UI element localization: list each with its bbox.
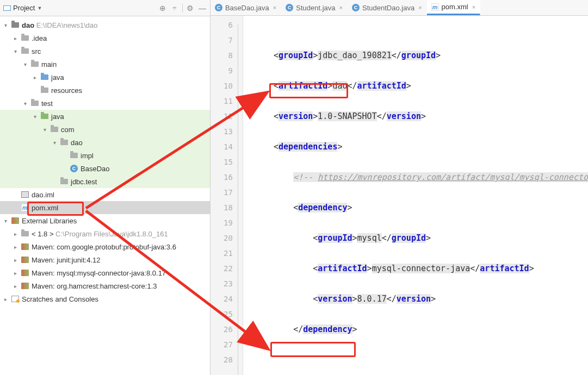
tab-basedao[interactable]: CBaseDao.java× bbox=[211, 0, 281, 15]
tree-node-jdk[interactable]: < 1.8 > C:\Program Files\Java\jdk1.8.0_1… bbox=[0, 227, 210, 240]
tree-node-mvn-protobuf[interactable]: Maven: com.google.protobuf:protobuf-java… bbox=[0, 240, 210, 253]
tree-node-scratches[interactable]: Scratches and Consoles bbox=[0, 292, 210, 305]
java-class-icon: C bbox=[352, 4, 360, 11]
close-icon[interactable]: × bbox=[339, 4, 343, 11]
project-panel: Project ▼ ⊕ ÷ ⚙ — dao E:\IDEA\news1\dao … bbox=[0, 0, 211, 375]
tree-node-dao[interactable]: dao bbox=[0, 136, 210, 149]
close-icon[interactable]: × bbox=[472, 4, 475, 10]
chevron-down-icon[interactable]: ▼ bbox=[37, 5, 42, 11]
tab-pom[interactable]: mpom.xml× bbox=[427, 0, 481, 15]
tree-node-impl[interactable]: impl bbox=[0, 149, 210, 162]
code-editor[interactable]: 6789101112131415161718192021222324252627… bbox=[211, 16, 588, 375]
tree-node-src[interactable]: src bbox=[0, 45, 210, 58]
tree-node-daoiml[interactable]: dao.iml bbox=[0, 188, 210, 201]
project-tree[interactable]: dao E:\IDEA\news1\dao .idea src main jav… bbox=[0, 16, 210, 375]
java-class-icon: C bbox=[215, 4, 222, 11]
close-icon[interactable]: × bbox=[418, 4, 422, 11]
close-icon[interactable]: × bbox=[273, 4, 276, 11]
expand-icon[interactable]: ÷ bbox=[170, 4, 179, 12]
editor-panel: CBaseDao.java× CStudent.java× CStudentDa… bbox=[211, 0, 588, 375]
tree-node-basedao[interactable]: CBaseDao bbox=[0, 162, 210, 175]
tree-node-com[interactable]: com bbox=[0, 123, 210, 136]
code-area[interactable]: <groupId>jdbc_dao_190821</groupId> <arti… bbox=[243, 16, 588, 375]
tree-node-extlibs[interactable]: External Libraries bbox=[0, 214, 210, 227]
tree-node-java-main[interactable]: java bbox=[0, 71, 210, 84]
project-toolbar: Project ▼ ⊕ ÷ ⚙ — bbox=[0, 0, 210, 16]
tree-node-resources[interactable]: resources bbox=[0, 84, 210, 97]
tree-node-mvn-junit[interactable]: Maven: junit:junit:4.12 bbox=[0, 253, 210, 266]
tab-studentdao[interactable]: CStudentDao.java× bbox=[348, 0, 427, 15]
tree-node-mvn-mysql[interactable]: Maven: mysql:mysql-connector-java:8.0.17 bbox=[0, 266, 210, 279]
focus-icon[interactable]: ⊕ bbox=[158, 4, 167, 12]
line-gutter: 6789101112131415161718192021222324252627… bbox=[211, 16, 243, 375]
tree-node-main[interactable]: main bbox=[0, 58, 210, 71]
tree-node-mvn-hamcrest[interactable]: Maven: org.hamcrest:hamcrest-core:1.3 bbox=[0, 279, 210, 292]
editor-tabs: CBaseDao.java× CStudent.java× CStudentDa… bbox=[211, 0, 588, 16]
tree-node-jdbctest[interactable]: jdbc.test bbox=[0, 175, 210, 188]
tree-node-test[interactable]: test bbox=[0, 97, 210, 110]
divider bbox=[182, 4, 183, 12]
tree-node-java-test[interactable]: java bbox=[0, 110, 210, 123]
project-window-icon bbox=[3, 5, 11, 11]
tab-student[interactable]: CStudent.java× bbox=[281, 0, 348, 15]
tree-node-root[interactable]: dao E:\IDEA\news1\dao bbox=[0, 18, 210, 32]
maven-file-icon: m bbox=[431, 3, 439, 11]
tree-node-pom[interactable]: mpom.xml bbox=[0, 201, 210, 214]
project-label[interactable]: Project bbox=[13, 4, 35, 12]
java-class-icon: C bbox=[286, 4, 293, 11]
minimize-icon[interactable]: — bbox=[198, 4, 207, 12]
gear-icon[interactable]: ⚙ bbox=[186, 4, 195, 12]
tree-node-idea[interactable]: .idea bbox=[0, 32, 210, 45]
